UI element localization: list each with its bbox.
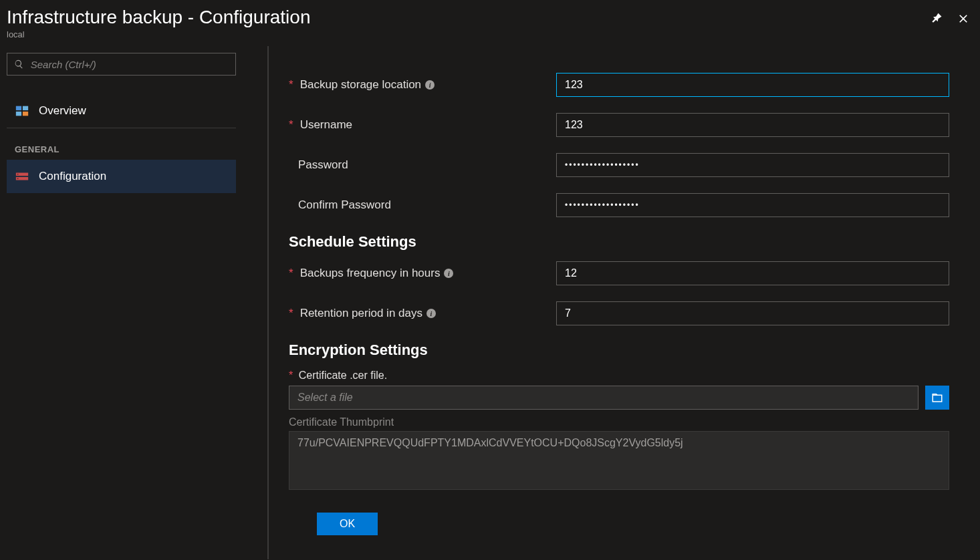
svg-rect-2 bbox=[16, 112, 21, 116]
username-label: * Username bbox=[289, 118, 556, 132]
backup-location-input[interactable] bbox=[556, 73, 949, 97]
required-indicator: * bbox=[289, 267, 293, 280]
configuration-icon bbox=[15, 169, 29, 184]
sidebar-item-label: Overview bbox=[39, 104, 86, 118]
password-label: Password bbox=[289, 158, 556, 172]
required-indicator: * bbox=[289, 370, 293, 381]
thumbprint-label: Certificate Thumbprint bbox=[289, 416, 953, 428]
svg-rect-7 bbox=[17, 178, 19, 179]
required-indicator: * bbox=[289, 78, 293, 92]
password-input[interactable]: •••••••••••••••••• bbox=[556, 153, 949, 177]
confirm-password-input[interactable]: •••••••••••••••••• bbox=[556, 193, 949, 217]
username-input[interactable] bbox=[556, 113, 949, 137]
svg-rect-3 bbox=[23, 112, 28, 116]
frequency-label: * Backups frequency in hours i bbox=[289, 267, 556, 280]
svg-rect-6 bbox=[17, 174, 19, 174]
page-title: Infrastructure backup - Configuration bbox=[7, 7, 310, 28]
close-icon[interactable] bbox=[957, 12, 970, 25]
main-content: * Backup storage location i * Username P… bbox=[289, 46, 980, 559]
frequency-input[interactable] bbox=[556, 261, 949, 285]
page-header: Infrastructure backup - Configuration lo… bbox=[0, 0, 980, 46]
page-subtitle: local bbox=[7, 29, 310, 39]
required-indicator: * bbox=[289, 118, 293, 132]
info-icon[interactable]: i bbox=[426, 309, 436, 318]
info-icon[interactable]: i bbox=[425, 80, 435, 90]
certificate-label: * Certificate .cer file. bbox=[289, 370, 953, 382]
search-box[interactable] bbox=[7, 53, 236, 76]
vertical-divider bbox=[267, 46, 269, 559]
svg-rect-1 bbox=[23, 106, 28, 110]
encryption-settings-heading: Encryption Settings bbox=[289, 341, 953, 359]
folder-icon bbox=[931, 392, 943, 404]
confirm-password-label: Confirm Password bbox=[289, 198, 556, 212]
pin-icon[interactable] bbox=[930, 12, 943, 25]
search-icon bbox=[14, 59, 24, 69]
certificate-file-input[interactable]: Select a file bbox=[289, 386, 918, 410]
schedule-settings-heading: Schedule Settings bbox=[289, 233, 953, 251]
nav-section: Overview GENERAL Configuration bbox=[7, 94, 236, 193]
retention-input[interactable] bbox=[556, 301, 949, 325]
thumbprint-value: 77u/PCVAIENPREVQQUdFPTY1MDAxlCdVVEYtOCU+… bbox=[289, 431, 949, 490]
required-indicator: * bbox=[289, 307, 293, 320]
retention-label: * Retention period in days i bbox=[289, 307, 556, 320]
sidebar-item-label: Configuration bbox=[39, 170, 106, 183]
ok-button[interactable]: OK bbox=[317, 513, 378, 535]
sidebar-item-configuration[interactable]: Configuration bbox=[7, 160, 236, 193]
sidebar-item-overview[interactable]: Overview bbox=[7, 94, 236, 128]
overview-icon bbox=[15, 104, 29, 118]
info-icon[interactable]: i bbox=[444, 269, 453, 278]
sidebar-heading-general: GENERAL bbox=[7, 128, 236, 160]
search-input[interactable] bbox=[31, 59, 229, 70]
sidebar: Overview GENERAL Configuration bbox=[0, 46, 267, 559]
backup-location-label: * Backup storage location i bbox=[289, 78, 556, 92]
svg-rect-8 bbox=[933, 395, 942, 402]
browse-file-button[interactable] bbox=[925, 386, 949, 410]
svg-rect-0 bbox=[16, 106, 21, 110]
